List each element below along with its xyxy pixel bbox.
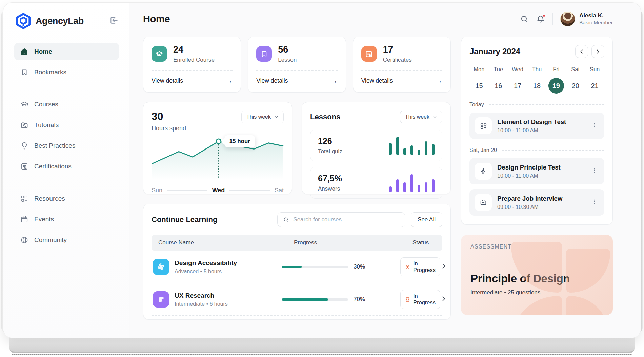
calendar-date[interactable]: 21: [585, 78, 604, 94]
chevron-right-icon: [595, 49, 601, 54]
sidebar: AgencyLab Home: [3, 3, 129, 338]
sidebar-item-bookmarks[interactable]: Bookmarks: [14, 63, 119, 81]
lessons-card: Lessons This week 126 Total quiz: [302, 102, 451, 194]
hours-filter-dropdown[interactable]: This week: [241, 111, 284, 123]
event-item[interactable]: Element of Design Test 10:00 - 11:00 AM: [469, 113, 604, 139]
enrolled-course-icon: [152, 46, 167, 62]
folder-search-icon: [20, 121, 28, 129]
sidebar-item-tutorials[interactable]: Tutorials: [14, 116, 119, 134]
main-area: Home Alesia K. Basic Member: [129, 3, 641, 338]
sidebar-item-label: Certifications: [34, 163, 72, 170]
hours-value: 30: [152, 111, 186, 123]
chevron-left-icon: [579, 49, 584, 54]
stats-row: 24 Enrolled Course View details →: [143, 37, 451, 93]
event-title: Prepare Job Interview: [497, 195, 562, 202]
sidebar-item-resources[interactable]: Resources: [14, 190, 119, 207]
calendar-prev-button[interactable]: [575, 45, 588, 58]
grid-plus-icon: [20, 195, 28, 203]
page-title: Home: [143, 14, 170, 25]
arrow-right-icon: →: [226, 77, 233, 85]
sidebar-item-certifications[interactable]: Certifications: [14, 158, 119, 175]
sidebar-collapse-icon[interactable]: [109, 16, 118, 26]
user-role: Basic Member: [579, 20, 613, 26]
calendar-next-button[interactable]: [591, 45, 604, 58]
sidebar-item-community[interactable]: Community: [14, 231, 119, 249]
status-badge: In Progress: [400, 290, 440, 309]
today-section-label: Today: [469, 102, 604, 108]
assessment-banner[interactable]: ASSESSMENT Principle of Design Intermedi…: [461, 235, 613, 315]
kebab-menu-icon[interactable]: [590, 166, 599, 176]
sidebar-item-best-practices[interactable]: Best Practices: [14, 137, 119, 155]
user-menu[interactable]: Alesia K. Basic Member: [560, 12, 613, 26]
hours-x-axis: Sun Wed Sat: [152, 187, 284, 194]
decorative-petal: [511, 296, 562, 315]
stat-card-enrolled-course: 24 Enrolled Course View details →: [143, 37, 241, 93]
course-name: UX Research: [175, 292, 228, 299]
progress-label: 30%: [354, 263, 365, 270]
certificates-icon: [361, 46, 377, 62]
calendar-date[interactable]: 17: [508, 78, 527, 94]
answers-bar-chart: [389, 173, 435, 192]
bookmark-icon: [20, 68, 28, 76]
view-details-link[interactable]: View details →: [361, 75, 442, 87]
course-search-input[interactable]: [293, 216, 400, 223]
hourglass-icon: [405, 297, 410, 302]
sidebar-item-label: Tutorials: [34, 121, 59, 129]
course-search: [277, 212, 405, 227]
total-quiz-label: Total quiz: [318, 148, 342, 155]
sidebar-item-label: Resources: [34, 195, 65, 202]
notifications-bell-icon[interactable]: [536, 15, 545, 23]
agencylab-logo-icon: [16, 13, 31, 29]
event-item[interactable]: Design Principle Test 10:00 - 11:00 AM: [469, 158, 604, 184]
chevron-down-icon: [432, 115, 437, 119]
decorative-petal: [566, 249, 610, 293]
hourglass-icon: [405, 264, 410, 270]
kebab-menu-icon[interactable]: [590, 197, 599, 207]
avatar: [560, 12, 575, 26]
event-title: Element of Design Test: [497, 118, 566, 126]
continue-learning-card: Continue Learning See All Course Name Pr…: [143, 204, 451, 320]
sidebar-item-events[interactable]: Events: [14, 211, 119, 228]
sidebar-item-home[interactable]: Home: [14, 43, 119, 60]
sidebar-item-courses[interactable]: Courses: [14, 96, 119, 113]
ux-research-icon: [153, 291, 169, 308]
grid-plus-icon: [475, 117, 492, 134]
calendar-date[interactable]: 16: [489, 78, 508, 94]
arrow-right-icon: →: [331, 77, 338, 85]
table-row[interactable]: UX Research Intermediate • 6 hours 70%: [152, 283, 442, 315]
calendar-date[interactable]: 20: [566, 78, 585, 94]
sidebar-item-label: Events: [34, 216, 54, 223]
course-meta: Advanced • 5 hours: [175, 269, 237, 275]
chart-tooltip: 15 hour: [224, 135, 255, 147]
calendar-week: MonTueWedThuFriSatSun 15 16 17 18 19 20 …: [469, 66, 604, 94]
calendar-date-selected[interactable]: 19: [546, 78, 566, 94]
arrow-right-icon: →: [436, 77, 442, 85]
chevron-right-icon[interactable]: [440, 263, 447, 271]
sidebar-item-label: Best Practices: [34, 142, 75, 150]
calendar-date[interactable]: 18: [527, 78, 547, 94]
see-all-button[interactable]: See All: [411, 212, 442, 227]
continue-learning-title: Continue Learning: [152, 215, 217, 224]
view-details-link[interactable]: View details →: [256, 75, 337, 87]
calendar-date[interactable]: 15: [469, 78, 489, 94]
stat-card-certificates: 17 Certificates View details →: [353, 37, 451, 93]
event-item[interactable]: Prepare Job Interview 09:00 - 10:30 AM: [469, 189, 604, 216]
mockup-stage: AgencyLab Home: [0, 0, 644, 357]
chevron-right-icon[interactable]: [440, 295, 447, 303]
brand-name: AgencyLab: [36, 16, 105, 26]
sidebar-item-label: Bookmarks: [34, 68, 66, 76]
table-row[interactable]: Design Accessibility Advanced • 5 hours …: [152, 251, 442, 283]
progress-bar: [282, 266, 348, 268]
header-divider: [552, 13, 553, 25]
view-details-link[interactable]: View details →: [152, 75, 233, 87]
lessons-title: Lessons: [310, 113, 340, 121]
kebab-menu-icon[interactable]: [590, 121, 599, 131]
home-icon: [20, 47, 28, 56]
chevron-down-icon: [274, 115, 279, 119]
hours-label: Hours spend: [152, 125, 186, 132]
event-time: 09:00 - 10:30 AM: [497, 204, 562, 210]
total-quiz-stat: 126 Total quiz: [310, 130, 442, 161]
search-icon[interactable]: [520, 15, 529, 23]
globe-icon: [20, 236, 28, 244]
lessons-filter-dropdown[interactable]: This week: [400, 111, 442, 123]
